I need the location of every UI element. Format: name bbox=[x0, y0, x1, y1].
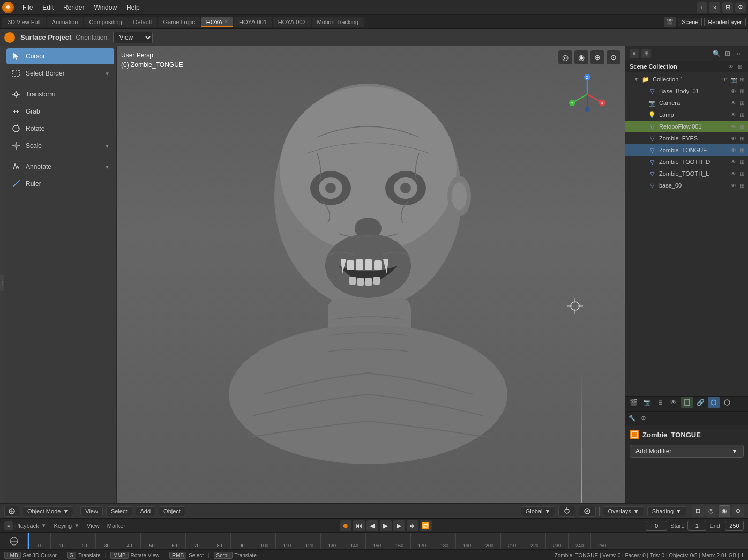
prop-constraint-btn[interactable]: 🔗 bbox=[694, 397, 706, 408]
global-btn[interactable]: Global ▼ bbox=[521, 506, 556, 516]
render-layer-dropdown[interactable]: RenderLayer bbox=[704, 18, 746, 26]
tree-item-camera[interactable]: 📷 Camera 👁 ⊞ bbox=[625, 97, 748, 109]
tab-3d-view-full[interactable]: 3D View Full bbox=[2, 17, 46, 27]
menu-render[interactable]: Render bbox=[59, 3, 88, 12]
outliner-menu-btn[interactable]: ≡ bbox=[630, 49, 639, 58]
zombie-eyes-more[interactable]: ⊞ bbox=[738, 136, 746, 141]
scene-icon[interactable]: 🎬 bbox=[664, 17, 676, 27]
tree-item-lamp[interactable]: 💡 Lamp 👁 ⊞ bbox=[625, 109, 748, 121]
viewport-btn-3[interactable]: ⊕ bbox=[590, 50, 604, 64]
overlays-btn[interactable]: Overlays ▼ bbox=[603, 506, 644, 516]
prop-scene-btn[interactable]: 🎬 bbox=[627, 397, 639, 408]
close-workspace-btn[interactable]: × bbox=[709, 2, 720, 13]
collection1-render[interactable]: 📷 bbox=[730, 77, 737, 83]
tool-transform[interactable]: Transform bbox=[6, 86, 114, 102]
base-00-more[interactable]: ⊞ bbox=[738, 183, 746, 189]
tab-hoya-001[interactable]: HOYA.001 bbox=[234, 17, 272, 27]
tool-grab[interactable]: Grab bbox=[6, 103, 114, 120]
zombie-tooth-l-more[interactable]: ⊞ bbox=[738, 171, 746, 177]
tab-motion-tracking[interactable]: Motion Tracking bbox=[312, 17, 364, 27]
zombie-tooth-l-eye[interactable]: 👁 bbox=[730, 171, 737, 177]
base-body-eye[interactable]: 👁 bbox=[730, 88, 737, 94]
prop-render-btn[interactable]: 📷 bbox=[641, 397, 653, 408]
shading-btn[interactable]: Shading ▼ bbox=[647, 506, 686, 516]
tree-item-retopoflow[interactable]: ▽ RetopoFlow.001 👁 ⊞ bbox=[625, 121, 748, 132]
scene-restrict-btn[interactable]: ⊞ bbox=[736, 64, 744, 70]
fullscreen-btn[interactable]: ⊞ bbox=[722, 2, 733, 13]
tree-item-zombie-eyes[interactable]: ▽ Zombie_EYES 👁 ⊞ bbox=[625, 132, 748, 144]
zombie-tooth-d-more[interactable]: ⊞ bbox=[738, 159, 746, 165]
tool-ruler[interactable]: Ruler bbox=[6, 176, 114, 192]
tab-animation[interactable]: Animation bbox=[47, 17, 84, 27]
scene-dropdown[interactable]: Scene bbox=[678, 18, 702, 26]
zombie-tongue-eye[interactable]: 👁 bbox=[730, 147, 737, 153]
select-menu-btn[interactable]: Select bbox=[106, 506, 132, 516]
tool-select-border[interactable]: Select Border ▼ bbox=[6, 65, 114, 81]
prop-view-btn[interactable]: 👁 bbox=[668, 397, 679, 408]
tree-item-zombie-tongue[interactable]: ▽ Zombie_TONGUE 👁 ⊞ bbox=[625, 144, 748, 156]
outliner-filter-btn[interactable]: ⊞ bbox=[723, 49, 732, 58]
shading-wire-btn[interactable]: ⊡ bbox=[692, 505, 704, 517]
timeline-body[interactable]: // Inline ruler marks generation documen… bbox=[0, 533, 748, 549]
tab-hoya[interactable]: HOYA × bbox=[201, 17, 233, 27]
shading-rendered-btn[interactable]: ⊙ bbox=[732, 505, 744, 517]
object-menu-btn[interactable]: Object bbox=[159, 506, 185, 516]
tree-item-base-00[interactable]: ▽ base_00 👁 ⊞ bbox=[625, 180, 748, 191]
tab-game-logic[interactable]: Game Logic bbox=[158, 17, 200, 27]
tool-annotate[interactable]: Annotate ▼ bbox=[6, 159, 114, 175]
outliner-search-btn[interactable]: 🔍 bbox=[712, 49, 721, 58]
tool-rotate[interactable]: Rotate bbox=[6, 121, 114, 137]
retopoflow-eye[interactable]: 👁 bbox=[730, 124, 737, 130]
tab-compositing[interactable]: Compositing bbox=[84, 17, 127, 27]
loop-btn[interactable]: 🔁 bbox=[420, 520, 432, 531]
menu-edit[interactable]: Edit bbox=[38, 3, 58, 12]
prop-modifier-btn[interactable] bbox=[708, 397, 720, 408]
add-modifier-button[interactable]: Add Modifier ▼ bbox=[630, 445, 744, 458]
tab-hoya-002[interactable]: HOYA.002 bbox=[273, 17, 311, 27]
viewport-btn-1[interactable]: ◎ bbox=[558, 50, 572, 64]
camera-eye[interactable]: 👁 bbox=[730, 100, 737, 106]
zombie-eyes-eye[interactable]: 👁 bbox=[730, 136, 737, 141]
current-frame-input[interactable]: 0 bbox=[646, 521, 667, 531]
base-00-eye[interactable]: 👁 bbox=[730, 183, 737, 189]
tab-default[interactable]: Default bbox=[128, 17, 158, 27]
end-frame-input[interactable]: 250 bbox=[725, 521, 744, 531]
menu-window[interactable]: Window bbox=[89, 3, 121, 12]
proportional-btn[interactable] bbox=[579, 506, 596, 517]
shading-solid-btn[interactable]: ◎ bbox=[705, 505, 717, 517]
viewport-btn-4[interactable]: ⊙ bbox=[607, 50, 620, 64]
zombie-tooth-d-eye[interactable]: 👁 bbox=[730, 159, 737, 165]
view-mode-icon-btn[interactable] bbox=[4, 506, 19, 517]
viewport-btn-2[interactable]: ◉ bbox=[574, 50, 588, 64]
prop-sub-btn2[interactable]: ⚙ bbox=[639, 414, 648, 423]
camera-more[interactable]: ⊞ bbox=[738, 100, 746, 106]
tree-item-zombie-tooth-l[interactable]: ▽ Zombie_TOOTH_L 👁 ⊞ bbox=[625, 168, 748, 180]
viewport[interactable]: User Persp (0) Zombie_TONGUE ◎ ◉ ⊕ ⊙ Z X bbox=[117, 46, 625, 503]
scene-eye-btn[interactable]: 👁 bbox=[727, 64, 735, 70]
prop-obj-btn[interactable] bbox=[681, 397, 693, 408]
next-frame-btn[interactable]: ▶ bbox=[393, 520, 405, 531]
new-workspace-btn[interactable]: + bbox=[697, 2, 707, 13]
outliner-expand-btn[interactable]: ⊞ bbox=[641, 49, 651, 58]
collection1-eye[interactable]: 👁 bbox=[721, 77, 729, 83]
object-mode-btn[interactable]: Object Mode ▼ bbox=[23, 506, 73, 516]
shading-material-btn[interactable]: ◉ bbox=[719, 505, 730, 517]
outliner-sync-btn[interactable]: ↔ bbox=[734, 49, 744, 58]
view-dropdown[interactable]: View bbox=[113, 32, 153, 43]
gizmo-area[interactable]: Z X Y bbox=[566, 73, 609, 116]
prev-frame-btn[interactable]: ◀ bbox=[366, 520, 378, 531]
add-menu-btn[interactable]: Add bbox=[136, 506, 156, 516]
menu-file[interactable]: File bbox=[18, 3, 37, 12]
record-btn[interactable]: ⏺ bbox=[340, 520, 351, 531]
lamp-more[interactable]: ⊞ bbox=[738, 112, 746, 118]
tool-scale[interactable]: Scale ▼ bbox=[6, 138, 114, 154]
zombie-tongue-more[interactable]: ⊞ bbox=[738, 147, 746, 153]
tree-item-zombie-tooth-d[interactable]: ▽ Zombie_TOOTH_D 👁 ⊞ bbox=[625, 156, 748, 168]
view-menu-btn[interactable]: View bbox=[80, 506, 103, 516]
prop-data-btn[interactable] bbox=[721, 397, 733, 408]
menu-help[interactable]: Help bbox=[122, 3, 144, 12]
prop-sub-btn1[interactable]: 🔧 bbox=[627, 414, 637, 423]
tool-cursor[interactable]: Cursor bbox=[6, 48, 114, 64]
tab-close-hoya[interactable]: × bbox=[225, 19, 228, 25]
play-btn[interactable]: ▶ bbox=[380, 520, 392, 531]
